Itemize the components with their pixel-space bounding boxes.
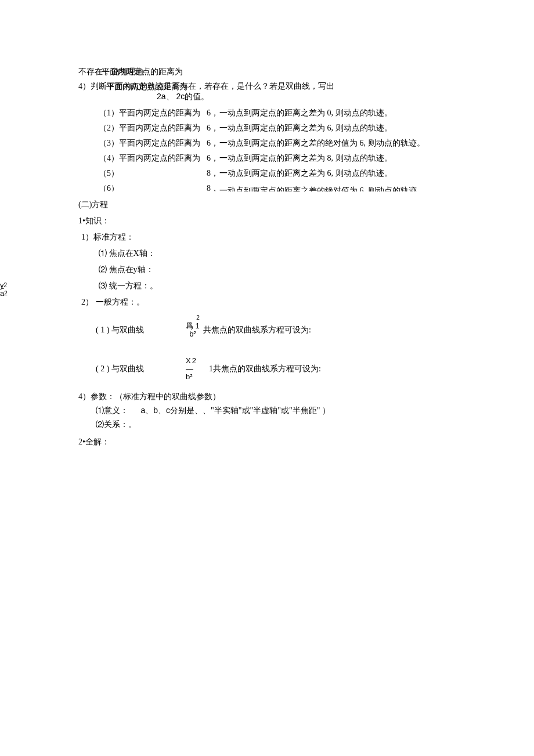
section-2-title: (二)方程: [78, 200, 517, 210]
overlap-line: 不存在，说明理由 平面内两定点的距离为: [17, 67, 517, 78]
side-fraction: y2 a2: [0, 281, 8, 298]
item-desc: 一动点到两定点的距离之差的绝对值为 6, 则动点的轨迹。: [219, 186, 425, 191]
item-mid: 6，: [207, 153, 219, 164]
item-mid: 6，: [207, 123, 219, 133]
q4-text-right: 2a、 2c的值。: [157, 92, 209, 102]
item-1: （1）平面内两定点的距离为 6， 一动点到两定点的距离之差为 0, 则动点的轨迹…: [17, 107, 517, 121]
std-sub1: ⑴ 焦点在X轴：: [99, 248, 517, 259]
params-header: 4）参数：（标准方程中的双曲线参数）: [78, 392, 517, 402]
q4-text-left: 4）判断下面的点的轨迹是否存在，若存在，是什么？若是双曲线，写出 平面内两定点的…: [78, 81, 334, 92]
item-label: （1）平面内两定点的距离为: [99, 108, 200, 118]
item-desc: 一动点到两定点的距离之差的绝对值为 6, 则动点的轨迹。: [219, 138, 425, 149]
item-desc: 一动点到两定点的距离之差为 6, 则动点的轨迹。: [219, 123, 392, 133]
question-4-header: 4）判断下面的点的轨迹是否存在，若存在，是什么？若是双曲线，写出 平面内两定点的…: [17, 81, 517, 102]
section-2-subtitle: 1•知识：: [78, 216, 517, 226]
side-frac-bot-sup: 2: [4, 290, 8, 296]
item-mid: 8，: [207, 168, 219, 179]
item-2: （2）平面内两定点的距离为 6， 一动点到两定点的距离之差为 6, 则动点的轨迹…: [17, 122, 517, 136]
item-mid: 8，: [207, 183, 219, 191]
frac-mid: 爲 1: [186, 321, 200, 330]
item-label: （2）平面内两定点的距离为: [99, 123, 200, 133]
item-label: （3）平面内两定点的距离为: [99, 138, 200, 149]
std-header: 1）标准方程：: [81, 232, 517, 243]
confocal-1-label: ( 1 ) 与双曲线: [96, 325, 144, 335]
side-frac-top-sup: 2: [4, 282, 8, 288]
item-desc: 一动点到两定点的距离之差为 8, 则动点的轨迹。: [219, 153, 392, 164]
final-line: 2•全解：: [78, 437, 517, 447]
item-3: （3）平面内两定点的距离为 6， 一动点到两定点的距离之差的绝对值为 6, 则动…: [17, 137, 517, 151]
frac-sup: 2: [192, 356, 196, 365]
item-mid: 6，: [207, 138, 219, 149]
item-label: （6）: [99, 183, 119, 191]
item-4: （4）平面内两定点的距离为 6， 一动点到两定点的距离之差为 8, 则动点的轨迹…: [17, 152, 517, 166]
frac-sup: 2: [196, 314, 200, 321]
std-sub2: ⑵ 焦点在y轴：: [99, 265, 517, 275]
params-mid: a、b、c分别是: [141, 406, 195, 415]
confocal-2-frac: X2 — b²: [186, 357, 196, 379]
item-desc: 一动点到两定点的距离之差为 6, 则动点的轨迹。: [219, 168, 392, 179]
confocal-2-after: 1共焦点的双曲线系方程可设为:: [209, 364, 321, 374]
item-mid: 6，: [207, 108, 219, 118]
params-line2: ⑵关系：。: [96, 419, 517, 430]
params-pre: ⑴意义：: [96, 406, 128, 415]
general-eq: 2） 一般方程：。: [81, 297, 517, 308]
confocal-2-label: ( 2 ) 与双曲线: [96, 364, 144, 374]
frac-top: X: [186, 356, 191, 365]
overlap-text-2: 平面内两定点的距离为: [102, 67, 183, 77]
params-line1: ⑴意义： a、b、c分别是、、"半实轴"或"半虚轴"或"半焦距" ）: [96, 406, 517, 416]
document-content: 不存在，说明理由 平面内两定点的距离为 4）判断下面的点的轨迹是否存在，若存在，…: [17, 67, 517, 453]
q4-overlap: 平面内两定点的距离为: [106, 82, 187, 92]
frac-bot: b²: [186, 373, 193, 379]
params-section: 4）参数：（标准方程中的双曲线参数） ⑴意义： a、b、c分别是、、"半实轴"或…: [17, 392, 517, 430]
params-after: 、、"半实轴"或"半虚轴"或"半焦距" ）: [194, 406, 330, 415]
frac-mid: —: [186, 364, 193, 373]
item-label: （4）平面内两定点的距离为: [99, 153, 200, 164]
confocal-1-after: 共焦点的双曲线系方程可设为:: [203, 325, 311, 335]
confocal-1: ( 1 ) 与双曲线 2 爲 1 b² 共焦点的双曲线系方程可设为:: [17, 313, 517, 348]
frac-bot: b²: [189, 330, 196, 338]
confocal-2: ( 2 ) 与双曲线 X2 — b² 1共焦点的双曲线系方程可设为:: [17, 351, 517, 386]
std-sub3: ⑶ 统一方程：。: [99, 281, 517, 291]
item-desc: 一动点到两定点的距离之差为 0, 则动点的轨迹。: [219, 108, 392, 118]
item-5: （5） 8， 一动点到两定点的距离之差为 6, 则动点的轨迹。: [17, 167, 517, 181]
item-6: （6） 8， 一动点到两定点的距离之差的绝对值为 6, 则动点的轨迹。: [17, 182, 517, 191]
confocal-1-frac: 2 爲 1 b²: [186, 313, 200, 338]
item-label: （5）: [99, 168, 119, 179]
